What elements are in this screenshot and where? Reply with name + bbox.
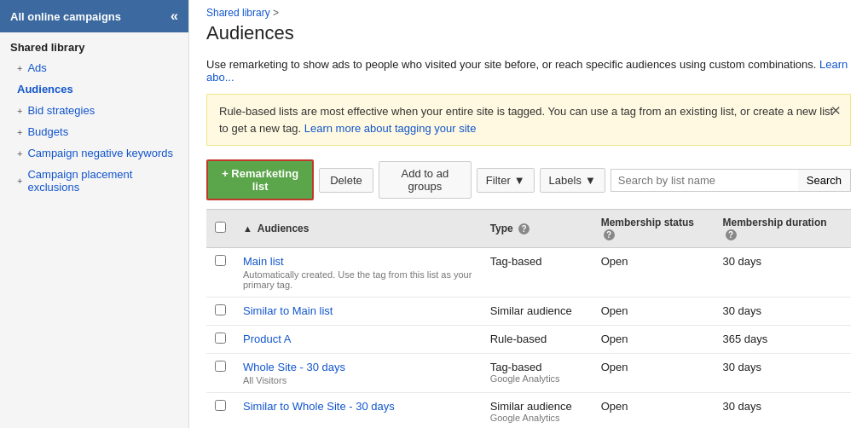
yellow-banner: Rule-based lists are most effective when… — [206, 94, 851, 146]
row-checkbox[interactable] — [215, 255, 226, 266]
sidebar-item-campaign-placement-exclusions[interactable]: + Campaign placement exclusions — [0, 164, 188, 198]
header-status[interactable]: Membership status ? — [593, 210, 715, 248]
row-checkbox-cell — [206, 298, 234, 326]
search-button-label: Search — [807, 174, 842, 187]
row-checkbox[interactable] — [215, 304, 226, 315]
row-duration: 30 days — [723, 304, 762, 317]
remarketing-list-button[interactable]: + Remarketing list — [206, 159, 314, 200]
page-title: Audiences — [189, 20, 868, 53]
sidebar-header-title: All online campaigns — [10, 10, 121, 23]
row-duration: 30 days — [723, 400, 762, 413]
status-help-icon[interactable]: ? — [604, 229, 615, 240]
breadcrumb-library-link[interactable]: Shared library — [206, 7, 270, 19]
row-checkbox-cell — [206, 248, 234, 298]
sidebar-section-title: Shared library — [0, 32, 188, 57]
row-type-cell: Similar audience Google Analytics — [482, 393, 593, 429]
sidebar-item-audiences[interactable]: Audiences — [0, 78, 188, 100]
search-input[interactable] — [610, 169, 798, 192]
sidebar-item-bid-strategies[interactable]: + Bid strategies — [0, 100, 188, 121]
type-help-icon[interactable]: ? — [518, 223, 529, 234]
row-checkbox[interactable] — [215, 400, 226, 411]
select-all-checkbox[interactable] — [215, 222, 226, 233]
header-audiences[interactable]: ▲ Audiences — [234, 210, 482, 248]
row-type-cell: Tag-based — [482, 248, 593, 298]
row-duration-cell: 30 days — [715, 393, 851, 429]
filter-label: Filter — [486, 174, 511, 187]
sidebar: All online campaigns « Shared library + … — [0, 0, 189, 428]
row-duration: 30 days — [723, 361, 762, 373]
main-content: Shared library > Audiences Use remarketi… — [189, 0, 868, 428]
sidebar-item-label: Ads — [27, 61, 46, 74]
row-duration-cell: 30 days — [715, 354, 851, 393]
sidebar-item-budgets[interactable]: + Budgets — [0, 121, 188, 142]
header-type-label: Type — [490, 223, 513, 234]
sidebar-item-campaign-negative-keywords[interactable]: + Campaign negative keywords — [0, 142, 188, 164]
labels-label: Labels — [549, 174, 582, 187]
row-audiences-cell: Similar to Whole Site - 30 days — [234, 393, 482, 429]
row-status: Open — [601, 333, 628, 345]
audiences-table: ▲ Audiences Type ? Membership status ? M… — [206, 209, 851, 428]
table-row: Product A Rule-based Open 365 days — [206, 326, 851, 354]
breadcrumb: Shared library > — [189, 0, 868, 20]
row-duration-cell: 365 days — [715, 326, 851, 354]
row-type: Similar audience — [490, 304, 572, 317]
row-duration: 30 days — [723, 255, 762, 268]
row-status: Open — [601, 400, 628, 413]
plus-icon: + — [17, 63, 22, 73]
sidebar-item-label: Budgets — [27, 125, 68, 138]
duration-help-icon[interactable]: ? — [726, 229, 737, 240]
row-status: Open — [601, 255, 628, 268]
row-checkbox-cell — [206, 354, 234, 393]
row-checkbox[interactable] — [215, 333, 226, 344]
audience-name-link[interactable]: Main list — [243, 255, 284, 268]
row-status: Open — [601, 361, 628, 373]
sidebar-item-label: Campaign placement exclusions — [27, 168, 178, 194]
row-type-sub: Google Analytics — [490, 413, 584, 423]
add-to-ad-groups-button[interactable]: Add to ad groups — [379, 161, 472, 199]
table-wrapper: ▲ Audiences Type ? Membership status ? M… — [189, 209, 868, 428]
header-status-label: Membership status — [601, 217, 694, 228]
row-checkbox-cell — [206, 393, 234, 429]
row-audiences-cell: Similar to Main list — [234, 298, 482, 326]
row-type: Tag-based — [490, 361, 542, 373]
row-checkbox[interactable] — [215, 361, 226, 372]
search-box: Search — [610, 169, 851, 192]
row-duration-cell: 30 days — [715, 248, 851, 298]
row-type: Tag-based — [490, 255, 542, 268]
close-banner-icon[interactable]: ✕ — [830, 101, 842, 121]
plus-icon: + — [17, 148, 22, 159]
info-text: Use remarketing to show ads to people wh… — [206, 58, 816, 71]
table-row: Main list Automatically created. Use the… — [206, 248, 851, 298]
labels-button[interactable]: Labels ▼ — [540, 168, 605, 193]
delete-button[interactable]: Delete — [319, 168, 373, 193]
sidebar-collapse-icon[interactable]: « — [171, 9, 178, 24]
audience-name-link[interactable]: Similar to Whole Site - 30 days — [243, 400, 395, 413]
sort-arrow-icon: ▲ — [243, 223, 252, 234]
audience-sub-text: All Visitors — [243, 375, 473, 385]
header-type[interactable]: Type ? — [482, 210, 593, 248]
header-checkbox-cell — [206, 210, 234, 248]
search-button[interactable]: Search — [798, 169, 851, 192]
audience-name-link[interactable]: Product A — [243, 333, 291, 345]
filter-button[interactable]: Filter ▼ — [477, 168, 535, 193]
sidebar-header: All online campaigns « — [0, 0, 188, 32]
row-audiences-cell: Product A — [234, 326, 482, 354]
row-duration-cell: 30 days — [715, 298, 851, 326]
audience-sub-text: Automatically created. Use the tag from … — [243, 269, 473, 290]
labels-dropdown-icon: ▼ — [585, 174, 596, 187]
row-status: Open — [601, 304, 628, 317]
audience-name-link[interactable]: Similar to Main list — [243, 304, 333, 317]
audience-name-link[interactable]: Whole Site - 30 days — [243, 361, 345, 373]
row-audiences-cell: Whole Site - 30 days All Visitors — [234, 354, 482, 393]
breadcrumb-separator: > — [273, 7, 279, 19]
row-type-cell: Similar audience — [482, 298, 593, 326]
banner-learn-more-link[interactable]: Learn more about tagging your site — [304, 122, 477, 135]
plus-icon: + — [17, 106, 22, 116]
row-checkbox-cell — [206, 326, 234, 354]
header-audiences-label: Audiences — [258, 223, 310, 234]
header-duration[interactable]: Membership duration ? — [715, 210, 851, 248]
row-status-cell: Open — [593, 298, 715, 326]
row-type-cell: Rule-based — [482, 326, 593, 354]
sidebar-item-ads[interactable]: + Ads — [0, 57, 188, 78]
sidebar-item-label: Audiences — [17, 83, 73, 95]
